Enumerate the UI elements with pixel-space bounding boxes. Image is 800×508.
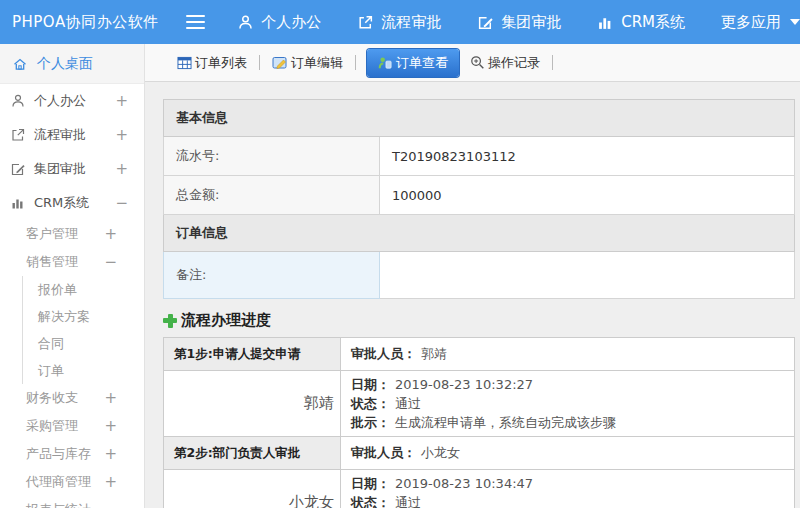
sidebar-item-crm-system[interactable]: CRM系统 − [0,186,144,220]
edit-icon [10,161,26,177]
sidebar-item-agent-management[interactable]: 代理商管理 + [0,468,144,496]
process-step-row: 第1步:申请人提交申请 审批人员：郭靖 [164,338,795,371]
expand-toggle[interactable]: + [104,225,117,243]
tab-label: 操作记录 [488,54,540,72]
sidebar-item-label: 销售管理 [26,253,78,271]
sidebar-item-quotation[interactable]: 报价单 [23,276,144,303]
detail-cell: 日期：2019-08-23 10:34:47 状态：通过 批示：通过 [341,470,795,508]
sidebar-item-workflow-approval[interactable]: 流程审批 + [0,118,144,152]
expand-toggle[interactable]: + [104,389,117,407]
edit-doc-icon [272,55,288,70]
expand-toggle[interactable]: + [104,473,117,491]
detail-line-remark: 批示：生成流程申请单，系统自动完成该步骤 [351,413,784,432]
nav-workflow-approval[interactable]: 流程审批 [357,13,441,32]
field-value-total: 100000 [380,176,795,215]
table-row: 流水号: T20190823103112 [164,137,795,176]
tab-label: 订单列表 [195,54,247,72]
table-row: 总金额: 100000 [164,176,795,215]
sidebar-item-label: 产品与库存 [26,445,91,463]
nav-group-approval[interactable]: 集团审批 [477,13,561,32]
menu-toggle-icon[interactable] [186,11,205,33]
date-label: 日期： [351,476,390,491]
status-label: 状态： [351,396,390,411]
date-value: 2019-08-23 10:32:27 [395,377,533,392]
caret-down-icon [790,19,800,25]
process-detail-row: 小龙女 日期：2019-08-23 10:34:47 状态：通过 批示：通过 [164,470,795,508]
actor-name: 郭靖 [164,371,341,437]
expand-toggle[interactable]: + [115,160,128,178]
top-nav: 个人办公 流程审批 集团审批 CRM系统 更多应用 [237,13,800,32]
sidebar-item-finance[interactable]: 财务收支 + [0,384,144,412]
sidebar-item-products-inventory[interactable]: 产品与库存 + [0,440,144,468]
nav-label: CRM系统 [621,13,685,32]
bar-chart-icon [597,14,614,31]
tab-bar: 订单列表 订单编辑 订单查看 [145,44,800,82]
detail-line-status: 状态：通过 [351,493,784,508]
sidebar-item-label: 个人办公 [34,92,86,110]
step-name: 第2步:部门负责人审批 [164,437,341,470]
person-icon [237,14,254,31]
status-label: 状态： [351,495,390,508]
app-logo: PHPOA协同办公软件 [0,13,186,32]
detail-line-date: 日期：2019-08-23 10:34:47 [351,474,784,493]
detail-line-status: 状态：通过 [351,394,784,413]
flow-export-icon [357,14,374,31]
nav-more-apps[interactable]: 更多应用 [721,13,800,32]
expand-toggle[interactable]: + [115,92,128,110]
expand-toggle[interactable]: + [104,417,117,435]
tab-order-view[interactable]: 订单查看 [367,49,459,77]
edit-icon [477,14,494,31]
expand-toggle[interactable]: + [104,445,117,463]
sidebar-item-label: 个人桌面 [37,55,93,73]
sidebar-item-label: 流程审批 [34,126,86,144]
sidebar-item-purchasing[interactable]: 采购管理 + [0,412,144,440]
collapse-toggle[interactable]: − [104,253,117,271]
status-value: 通过 [395,396,421,411]
sidebar-item-reports-statistics[interactable]: 报表与统计 [0,496,144,508]
nav-crm-system[interactable]: CRM系统 [597,13,685,32]
sidebar-item-label: 集团审批 [34,160,86,178]
date-label: 日期： [351,377,390,392]
approver-label: 审批人员： [351,346,416,361]
field-label-remark: 备注: [164,252,380,299]
tab-order-edit[interactable]: 订单编辑 [266,50,349,76]
nav-label: 个人办公 [261,13,321,32]
sidebar-item-group-approval[interactable]: 集团审批 + [0,152,144,186]
sidebar-item-solution[interactable]: 解决方案 [23,303,144,330]
sidebar-item-order[interactable]: 订单 [23,357,144,384]
status-value: 通过 [395,495,421,508]
main-panel: 订单列表 订单编辑 订单查看 [145,44,800,508]
sidebar-item-customer-management[interactable]: 客户管理 + [0,220,144,248]
sidebar-item-sales-management[interactable]: 销售管理 − [0,248,144,276]
field-label-total: 总金额: [164,176,380,215]
detail-line-date: 日期：2019-08-23 10:32:27 [351,375,784,394]
section-title: 订单信息 [164,215,795,252]
sidebar-item-personal-desktop[interactable]: 个人桌面 [0,44,144,84]
approver-cell: 审批人员：小龙女 [341,437,795,470]
approver-name: 郭靖 [421,346,447,361]
expand-toggle[interactable]: + [115,126,128,144]
process-step-row: 第2步:部门负责人审批 审批人员：小龙女 [164,437,795,470]
collapse-toggle[interactable]: − [115,194,128,212]
view-icon [378,56,393,70]
sidebar-item-personal-office[interactable]: 个人办公 + [0,84,144,118]
process-title-label: 流程办理进度 [181,311,271,330]
home-icon [12,56,28,72]
sidebar-item-label: 客户管理 [26,225,78,243]
approver-cell: 审批人员：郭靖 [341,338,795,371]
tab-order-list[interactable]: 订单列表 [171,50,253,76]
tab-label: 订单查看 [396,54,448,72]
sidebar-item-label: 采购管理 [26,417,78,435]
field-label-serial: 流水号: [164,137,380,176]
sidebar-item-label: 订单 [38,362,64,380]
tab-operation-log[interactable]: 操作记录 [464,50,546,76]
section-header-row: 基本信息 [164,100,795,137]
nav-personal-office[interactable]: 个人办公 [237,13,321,32]
order-info-table: 基本信息 流水号: T20190823103112 总金额: 100000 订单… [163,99,795,299]
process-detail-row: 郭靖 日期：2019-08-23 10:32:27 状态：通过 批示：生成流程申… [164,371,795,437]
sidebar-item-label: 代理商管理 [26,473,91,491]
magnifier-plus-icon [470,55,485,70]
section-header-row: 订单信息 [164,215,795,252]
date-value: 2019-08-23 10:34:47 [395,476,533,491]
sidebar-item-contract[interactable]: 合同 [23,330,144,357]
